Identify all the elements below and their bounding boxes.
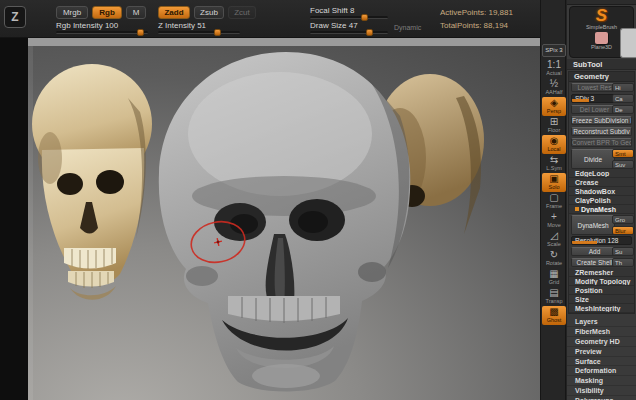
higher-res-button-partial[interactable]: Hi <box>612 83 634 92</box>
cage-button-partial[interactable]: Ca <box>612 94 634 103</box>
deformation-section[interactable]: Deformation <box>567 366 636 376</box>
dynamesh-button[interactable]: DynaMesh <box>571 215 615 235</box>
active-points: ActivePoints: 19,881 <box>440 6 513 19</box>
local-button[interactable]: ◉ Local <box>542 135 566 154</box>
spix-slider[interactable]: SPix 3 <box>542 44 566 57</box>
scale-icon: ◿ <box>542 231 566 241</box>
mode-zadd-button[interactable]: Zadd <box>158 6 190 19</box>
groups-toggle[interactable]: Gro <box>612 215 634 224</box>
z-intensity-slider[interactable]: Z Intensity 51 <box>158 21 240 35</box>
zbrush-window: Z Mrgb Rgb M Zadd Zsub Zcut Focal Shift … <box>0 0 636 400</box>
geometry-panel: Geometry Lowest Res Hi SDiv 3 Ca Del Low… <box>568 71 635 314</box>
dynamic-label[interactable]: Dynamic <box>394 24 421 31</box>
rgb-intensity-label: Rgb Intensity 100 <box>56 21 148 30</box>
claypolish-section-header[interactable]: ClayPolish <box>569 196 634 205</box>
sdiv-slider[interactable]: SDiv 3 <box>571 94 618 103</box>
visibility-section[interactable]: Visibility <box>567 386 636 396</box>
z-intensity-label: Z Intensity 51 <box>158 21 240 30</box>
convert-bpr-button[interactable]: Convert BPR To Geo <box>571 138 632 147</box>
subtool-section-header[interactable]: SubTool <box>567 59 636 70</box>
lsym-button[interactable]: ⇆ L.Sym <box>542 154 566 173</box>
grid-button[interactable]: ▦ Grid <box>542 268 566 287</box>
document-canvas[interactable] <box>28 38 540 400</box>
sub-toggle-partial[interactable]: Su <box>612 247 634 256</box>
resolution-slider[interactable]: Resolution 128 <box>571 236 632 245</box>
frame-button[interactable]: ▢ Frame <box>542 192 566 211</box>
move-button[interactable]: + Move <box>542 211 566 230</box>
rgb-intensity-slider[interactable]: Rgb Intensity 100 <box>56 21 148 35</box>
total-points: TotalPoints: 88,194 <box>440 19 513 32</box>
del-higher-button-partial[interactable]: De <box>612 105 634 114</box>
rotate-button[interactable]: ↻ Rotate <box>542 249 566 268</box>
persp-icon: ◈ <box>542 98 566 108</box>
collapsed-sections: Layers FiberMesh Geometry HD Preview Sur… <box>567 317 636 400</box>
tool-palette: S SimpleBrush Plane3D SubTool Geometry L… <box>567 0 636 400</box>
draw-size-slider[interactable]: Draw Size 47 <box>310 21 388 35</box>
transp-icon: ▤ <box>542 288 566 298</box>
focal-shift-slider[interactable]: Focal Shift 8 <box>310 6 388 20</box>
thickness-slider-partial[interactable]: Th <box>612 258 634 267</box>
ghost-icon: ▩ <box>542 307 566 317</box>
fibermesh-section[interactable]: FiberMesh <box>567 327 636 337</box>
partial-popup-panel <box>620 28 636 58</box>
mode-rgb-button[interactable]: Rgb <box>92 6 122 19</box>
edgeloop-section-header[interactable]: EdgeLoop <box>569 169 634 178</box>
dynamesh-section-header[interactable]: DynaMesh <box>569 205 634 214</box>
palette-topbar <box>567 0 636 5</box>
del-lower-button[interactable]: Del Lower <box>571 105 618 114</box>
reconstruct-subdiv-button[interactable]: Reconstruct Subdiv <box>571 127 632 136</box>
rotate-icon: ↻ <box>542 250 566 260</box>
floor-icon: ⊞ <box>542 117 566 127</box>
aahalf-icon: ½ <box>542 79 566 89</box>
zremesher-section-header[interactable]: ZRemesher <box>569 268 634 277</box>
mode-zsub-button[interactable]: Zsub <box>194 6 224 19</box>
right-shelf: SPix 3 1:1 Actual ½ AAHalf ◈ Persp ⊞ Flo… <box>540 0 566 400</box>
simplebrush-icon[interactable]: S <box>570 7 633 24</box>
focal-shift-label: Focal Shift 8 <box>310 6 388 15</box>
draw-size-label: Draw Size 47 <box>310 21 388 30</box>
blur-slider-partial[interactable]: Blur <box>612 226 634 235</box>
create-shell-button[interactable]: Create Shell <box>571 258 618 267</box>
scale-button[interactable]: ◿ Scale <box>542 230 566 249</box>
position-section-header[interactable]: Position <box>569 286 634 295</box>
crease-section-header[interactable]: Crease <box>569 178 634 187</box>
top-shelf: Z Mrgb Rgb M Zadd Zsub Zcut Focal Shift … <box>0 0 565 38</box>
freeze-subdivision-button[interactable]: Freeze SubDivision Levels <box>571 116 632 125</box>
polygroups-section[interactable]: Polygroups <box>567 396 636 400</box>
preview-section[interactable]: Preview <box>567 347 636 357</box>
smt-toggle[interactable]: Smt <box>612 149 634 158</box>
layers-section[interactable]: Layers <box>567 317 636 327</box>
add-toggle[interactable]: Add <box>571 247 618 256</box>
mode-mrgb-button[interactable]: Mrgb <box>56 6 88 19</box>
surface-section[interactable]: Surface <box>567 357 636 367</box>
suv-toggle[interactable]: Suv <box>612 160 634 169</box>
actual-button[interactable]: 1:1 Actual <box>542 59 566 78</box>
modify-topology-section-header[interactable]: Modify Topology <box>569 277 634 286</box>
shadowbox-section-header[interactable]: ShadowBox <box>569 187 634 196</box>
divide-button[interactable]: Divide <box>571 149 615 169</box>
geometry-hd-section[interactable]: Geometry HD <box>567 337 636 347</box>
grid-icon: ▦ <box>542 269 566 279</box>
local-icon: ◉ <box>542 136 566 146</box>
meshintegrity-section-header[interactable]: MeshIntegrity <box>569 304 634 313</box>
masking-section[interactable]: Masking <box>567 376 636 386</box>
actual-icon: 1:1 <box>542 60 566 70</box>
floor-button[interactable]: ⊞ Floor <box>542 116 566 135</box>
lsym-icon: ⇆ <box>542 155 566 165</box>
size-section-header[interactable]: Size <box>569 295 634 304</box>
geometry-section-header[interactable]: Geometry <box>569 72 634 82</box>
mode-zcut-button[interactable]: Zcut <box>228 6 256 19</box>
transp-button[interactable]: ▤ Transp <box>542 287 566 306</box>
persp-button[interactable]: ◈ Persp <box>542 97 566 116</box>
plane3d-icon[interactable] <box>595 32 608 44</box>
lowest-res-button[interactable]: Lowest Res <box>571 83 618 92</box>
aahalf-button[interactable]: ½ AAHalf <box>542 78 566 97</box>
mode-m-button[interactable]: M <box>126 6 146 19</box>
ghost-button[interactable]: ▩ Ghost <box>542 306 566 325</box>
solo-button[interactable]: ▣ Solo <box>542 173 566 192</box>
move-icon: + <box>542 212 566 222</box>
app-logo-icon[interactable]: Z <box>4 6 26 28</box>
left-tray <box>0 38 28 400</box>
points-stats: ActivePoints: 19,881 TotalPoints: 88,194 <box>440 6 513 32</box>
frame-icon: ▢ <box>542 193 566 203</box>
